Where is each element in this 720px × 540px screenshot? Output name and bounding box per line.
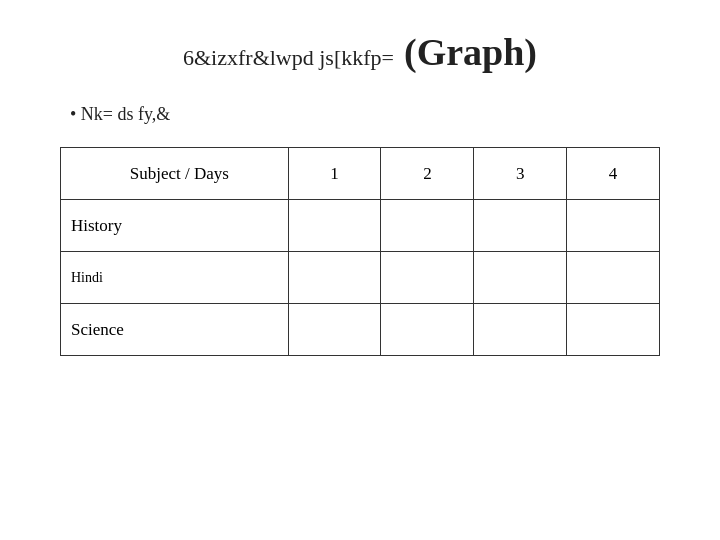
hindi-day3: [474, 252, 567, 304]
column-header-day3: 3: [474, 148, 567, 200]
bullet-icon: •: [70, 104, 76, 124]
header-large-text: (Graph): [404, 30, 537, 74]
science-day4: [567, 304, 660, 356]
hindi-day4: [567, 252, 660, 304]
table-header-row: Subject / Days 1 2 3 4: [61, 148, 660, 200]
subject-hindi: Hindi: [61, 252, 289, 304]
history-day3: [474, 200, 567, 252]
history-day1: [288, 200, 381, 252]
page-header: 6&izxfr&lwpd js[kkfp= (Graph): [60, 30, 660, 74]
science-day2: [381, 304, 474, 356]
hindi-day1: [288, 252, 381, 304]
bullet-text: Nk= ds fy,&: [81, 104, 170, 124]
column-header-day2: 2: [381, 148, 474, 200]
science-day3: [474, 304, 567, 356]
bullet-point: • Nk= ds fy,&: [60, 104, 660, 125]
table-container: Subject / Days 1 2 3 4 History Hindi: [60, 147, 660, 356]
schedule-table: Subject / Days 1 2 3 4 History Hindi: [60, 147, 660, 356]
header-normal-text: 6&izxfr&lwpd js[kkfp=: [183, 45, 394, 71]
column-header-subject: Subject / Days: [61, 148, 289, 200]
subject-science: Science: [61, 304, 289, 356]
science-day1: [288, 304, 381, 356]
history-day4: [567, 200, 660, 252]
history-day2: [381, 200, 474, 252]
column-header-day1: 1: [288, 148, 381, 200]
table-row: Science: [61, 304, 660, 356]
subject-history: History: [61, 200, 289, 252]
table-row: Hindi: [61, 252, 660, 304]
column-header-day4: 4: [567, 148, 660, 200]
table-row: History: [61, 200, 660, 252]
hindi-day2: [381, 252, 474, 304]
